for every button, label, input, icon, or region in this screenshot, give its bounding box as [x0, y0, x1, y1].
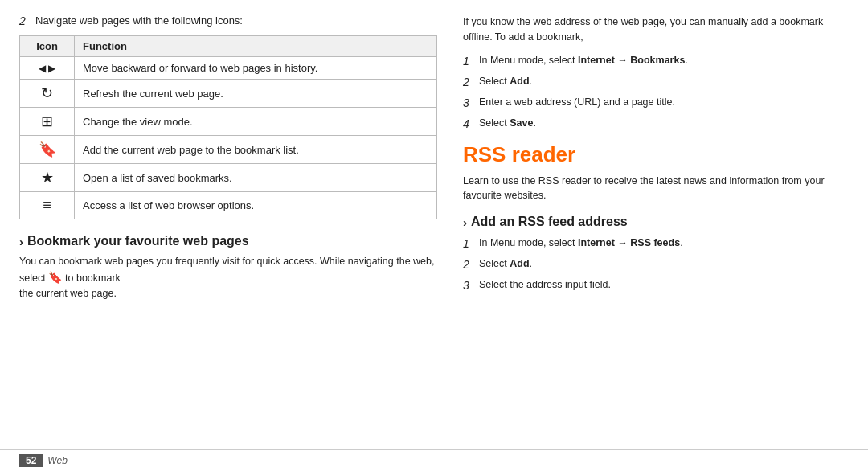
left-column: 2 Navigate web pages with the following …: [19, 14, 437, 441]
step2-text: Navigate web pages with the following ic…: [35, 14, 243, 27]
table-cell-function: Refresh the current web page.: [75, 80, 437, 108]
step-number: 2: [19, 14, 31, 27]
list-item: 1 In Menu mode, select Internet → Bookma…: [463, 53, 849, 70]
table-row: ★Open a list of saved bookmarks.: [20, 164, 437, 192]
bookmark-body: You can bookmark web pages you frequentl…: [19, 254, 437, 301]
bookmark-title-text: Bookmark your favourite web pages: [27, 234, 249, 248]
list-item: 2 Select Add.: [463, 74, 849, 91]
bookmark-inline-icon: 🔖: [48, 271, 65, 284]
list-item: 1 In Menu mode, select Internet → RSS fe…: [463, 236, 849, 252]
table-cell-icon: ★: [20, 164, 75, 192]
table-row: 🔖Add the current web page to the bookmar…: [20, 136, 437, 164]
table-cell-icon: ◀ ▶: [20, 57, 75, 80]
chevron-icon: ›: [19, 235, 23, 248]
footer-label: Web: [47, 455, 67, 466]
intro-text: If you know the web address of the web p…: [463, 14, 849, 45]
bookmark-title: › Bookmark your favourite web pages: [19, 234, 437, 248]
table-cell-icon: ≡: [20, 192, 75, 219]
bookmark-section: › Bookmark your favourite web pages You …: [19, 234, 437, 301]
chevron-icon-2: ›: [463, 215, 467, 229]
rss-sub-title: › Add an RSS feed address: [463, 215, 849, 229]
table-row: ◀ ▶Move backward or forward to web pages…: [20, 57, 437, 80]
icon-table: Icon Function ◀ ▶Move backward or forwar…: [19, 35, 437, 219]
table-cell-function: Add the current web page to the bookmark…: [75, 136, 437, 164]
footer: 52 Web: [0, 449, 868, 471]
table-cell-function: Move backward or forward to web pages in…: [75, 57, 437, 80]
table-header-icon: Icon: [20, 36, 75, 57]
table-cell-function: Open a list of saved bookmarks.: [75, 164, 437, 192]
list-item: 3 Select the address input field.: [463, 277, 849, 294]
list-item: 3 Enter a web address (URL) and a page t…: [463, 95, 849, 112]
table-cell-function: Access a list of web browser options.: [75, 192, 437, 219]
list-item: 2 Select Add.: [463, 256, 849, 273]
table-cell-icon: ⊞: [20, 108, 75, 136]
rss-desc: Learn to use the RSS reader to receive t…: [463, 174, 849, 204]
step2-header: 2 Navigate web pages with the following …: [19, 14, 437, 27]
page-number: 52: [19, 454, 43, 467]
bookmark-steps-list: 1 In Menu mode, select Internet → Bookma…: [463, 53, 849, 133]
table-header-function: Function: [75, 36, 437, 57]
table-row: ⊞Change the view mode.: [20, 108, 437, 136]
table-cell-function: Change the view mode.: [75, 108, 437, 136]
table-cell-icon: ↻: [20, 80, 75, 108]
rss-steps-list: 1 In Menu mode, select Internet → RSS fe…: [463, 236, 849, 294]
right-column: If you know the web address of the web p…: [463, 14, 849, 441]
table-row: ≡Access a list of web browser options.: [20, 192, 437, 219]
table-row: ↻Refresh the current web page.: [20, 80, 437, 108]
rss-title: RSS reader: [463, 142, 849, 167]
table-cell-icon: 🔖: [20, 136, 75, 164]
list-item: 4 Select Save.: [463, 116, 849, 133]
